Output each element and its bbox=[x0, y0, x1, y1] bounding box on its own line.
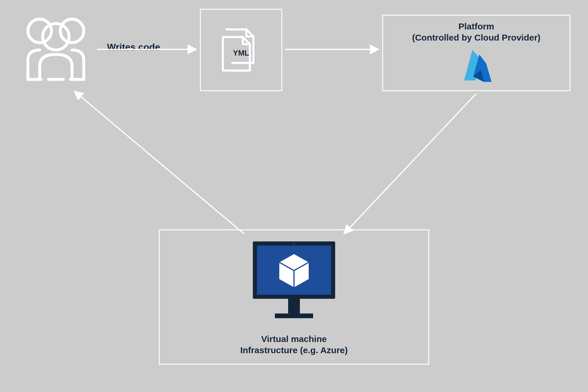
azure-logo-icon bbox=[457, 47, 495, 85]
yml-label: YML bbox=[233, 48, 249, 58]
svg-rect-12 bbox=[288, 299, 300, 313]
vm-node: Virtual machine Infrastructure (e.g. Azu… bbox=[159, 229, 429, 365]
svg-rect-13 bbox=[275, 313, 313, 318]
platform-title-line1: Platform bbox=[458, 21, 494, 31]
diagram-canvas: YML Platform (Controlled by Cloud Provid… bbox=[0, 0, 588, 392]
developers-icon bbox=[18, 9, 94, 85]
vm-label: Virtual machine Infrastructure (e.g. Azu… bbox=[160, 333, 428, 356]
arrow-vm-to-developers bbox=[74, 91, 244, 234]
svg-point-11 bbox=[293, 243, 295, 244]
vm-monitor-icon bbox=[247, 238, 341, 327]
yml-node: YML bbox=[200, 9, 282, 91]
platform-title-line2: (Controlled by Cloud Provider) bbox=[412, 33, 541, 42]
svg-point-1 bbox=[60, 19, 84, 43]
vm-label-line1: Virtual machine bbox=[261, 334, 327, 344]
platform-title: Platform (Controlled by Cloud Provider) bbox=[383, 21, 569, 43]
svg-point-0 bbox=[28, 19, 51, 43]
svg-point-2 bbox=[43, 24, 69, 50]
platform-node: Platform (Controlled by Cloud Provider) bbox=[382, 15, 570, 91]
writes-code-label: Writes code bbox=[107, 41, 160, 53]
arrow-platform-to-vm bbox=[344, 94, 476, 234]
vm-label-line2: Infrastructure (e.g. Azure) bbox=[240, 345, 348, 355]
